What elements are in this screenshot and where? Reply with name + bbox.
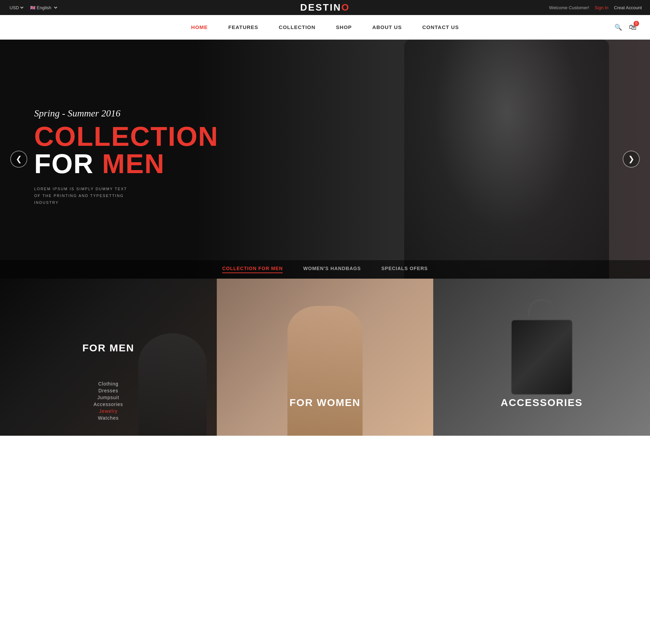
logo[interactable]: DESTINO bbox=[300, 2, 350, 13]
panel-accessories[interactable]: ACCESSORIES bbox=[433, 279, 650, 436]
nav-about[interactable]: ABOUT US bbox=[372, 24, 402, 30]
hero-section: ❮ ❯ Spring - Summer 2016 COLLECTION FOR … bbox=[0, 40, 650, 279]
cart-icon-wrap[interactable]: 🛍 0 bbox=[629, 23, 636, 32]
create-account-link[interactable]: Creat Account bbox=[614, 5, 642, 10]
hero-tab-specials[interactable]: SPECIALS OFERS bbox=[381, 266, 428, 273]
bag-container bbox=[508, 313, 576, 402]
women-label: FOR WOMEN bbox=[217, 397, 434, 408]
cart-badge: 0 bbox=[634, 21, 639, 26]
top-bar: USD EUR 🇬🇧 English 🇪🇸 Spanish DESTINO We… bbox=[0, 0, 650, 15]
nav-features[interactable]: FEATURES bbox=[228, 24, 258, 30]
accessories-label: ACCESSORIES bbox=[433, 397, 650, 408]
currency-select[interactable]: USD EUR bbox=[8, 5, 25, 11]
men-menu: Clothing Dresses Jumpsuit Accessories Je… bbox=[0, 380, 217, 422]
nav-collection[interactable]: COLLECTION bbox=[279, 24, 316, 30]
men-menu-watches[interactable]: Watches bbox=[0, 415, 217, 421]
nav-contact[interactable]: CONTACT US bbox=[422, 24, 459, 30]
men-menu-dresses[interactable]: Dresses bbox=[0, 388, 217, 393]
woman-silhouette bbox=[287, 306, 363, 436]
panel-men[interactable]: FOR MEN Clothing Dresses Jumpsuit Access… bbox=[0, 279, 217, 436]
hero-prev-arrow[interactable]: ❮ bbox=[10, 151, 27, 168]
language-select[interactable]: 🇬🇧 English 🇪🇸 Spanish bbox=[29, 5, 58, 11]
nav-home[interactable]: HOME bbox=[191, 24, 208, 30]
men-menu-jumpsuit[interactable]: Jumpsuit bbox=[0, 395, 217, 400]
logo-area: DESTINO bbox=[300, 2, 350, 13]
nav-shop[interactable]: SHOP bbox=[336, 24, 352, 30]
hero-figure bbox=[404, 40, 609, 279]
hero-tab-women[interactable]: WOMEN'S HANDBAGS bbox=[303, 266, 361, 273]
top-bar-right: Welcome Customer! Sign In Creat Account bbox=[549, 5, 642, 10]
hero-title-line1: COLLECTION bbox=[34, 123, 218, 150]
search-icon[interactable]: 🔍 bbox=[614, 24, 622, 31]
men-label: FOR MEN bbox=[0, 342, 217, 354]
top-bar-left: USD EUR 🇬🇧 English 🇪🇸 Spanish bbox=[8, 5, 58, 11]
bag-shape bbox=[511, 320, 573, 395]
hero-next-arrow[interactable]: ❯ bbox=[623, 151, 640, 168]
hero-description: LOREM IPSUM IS SIMPLY DUMMY TEXT OF THE … bbox=[34, 186, 130, 206]
men-menu-accessories[interactable]: Accessories bbox=[0, 402, 217, 407]
hero-content: Spring - Summer 2016 COLLECTION FOR MEN … bbox=[34, 108, 218, 206]
hero-subtitle: Spring - Summer 2016 bbox=[34, 108, 218, 119]
sign-in-link[interactable]: Sign In bbox=[595, 5, 608, 10]
bottom-grid: FOR MEN Clothing Dresses Jumpsuit Access… bbox=[0, 279, 650, 436]
men-menu-jewelry[interactable]: Jewelry bbox=[0, 408, 217, 414]
hero-title-line2: FOR MEN bbox=[34, 150, 218, 178]
hero-tabs: COLLECTION FOR MEN WOMEN'S HANDBAGS SPEC… bbox=[0, 260, 650, 279]
nav-icons: 🔍 🛍 0 bbox=[614, 23, 636, 32]
panel-women[interactable]: FOR WOMEN bbox=[217, 279, 434, 436]
men-menu-clothing[interactable]: Clothing bbox=[0, 381, 217, 387]
hero-tab-men[interactable]: COLLECTION FOR MEN bbox=[222, 266, 283, 273]
navigation: HOME FEATURES COLLECTION SHOP ABOUT US C… bbox=[0, 15, 650, 40]
welcome-text: Welcome Customer! bbox=[549, 5, 589, 10]
